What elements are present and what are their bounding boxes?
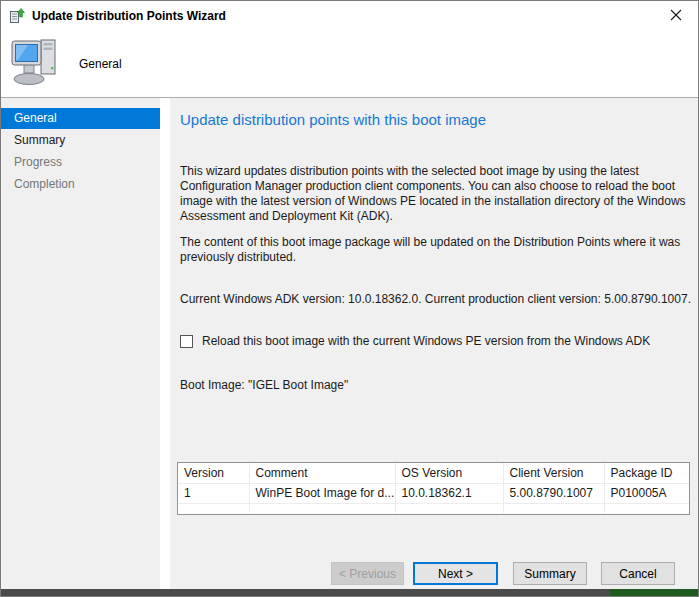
content-pane: Update distribution points with this boo… <box>170 98 698 591</box>
window-title: Update Distribution Points Wizard <box>32 9 226 23</box>
cell-comment: WinPE Boot Image for d... <box>249 483 395 503</box>
sidebar-item-progress[interactable]: Progress <box>1 152 160 173</box>
cell-client-version: 5.00.8790.1007 <box>503 483 604 503</box>
wizard-window: Update Distribution Points Wizard <box>0 0 699 597</box>
reload-checkbox-row: Reload this boot image with the current … <box>180 334 650 348</box>
wizard-body: General Summary Progress Completion Upda… <box>1 98 698 591</box>
sidebar-item-completion[interactable]: Completion <box>1 174 160 195</box>
column-header-os-version[interactable]: OS Version <box>395 463 503 483</box>
column-header-client-version[interactable]: Client Version <box>503 463 604 483</box>
sidebar-item-summary[interactable]: Summary <box>1 130 160 151</box>
table-row[interactable]: 1 WinPE Boot Image for d... 10.0.18362.1… <box>178 483 690 503</box>
computer-icon <box>10 36 62 92</box>
cell-version: 1 <box>178 483 249 503</box>
window-bottom-edge <box>1 589 698 596</box>
page-title: Update distribution points with this boo… <box>180 111 486 128</box>
titlebar: Update Distribution Points Wizard <box>1 1 698 30</box>
next-button[interactable]: Next > <box>413 562 498 585</box>
column-header-version[interactable]: Version <box>178 463 249 483</box>
page-label: General <box>79 57 122 71</box>
distribution-note: The content of this boot image package w… <box>180 235 694 265</box>
close-button[interactable] <box>653 1 698 30</box>
intro-paragraph: This wizard updates distribution points … <box>180 164 694 224</box>
distribution-point-update-icon <box>9 8 25 24</box>
boot-image-table: Version Comment OS Version Client Versio… <box>177 462 690 515</box>
reload-boot-image-checkbox[interactable] <box>180 335 193 348</box>
cell-os-version: 10.0.18362.1 <box>395 483 503 503</box>
sidebar-content-divider <box>160 98 170 591</box>
desktop-strip <box>610 589 698 596</box>
reload-checkbox-label[interactable]: Reload this boot image with the current … <box>202 334 650 348</box>
close-icon <box>670 7 682 25</box>
wizard-header: General <box>1 30 698 98</box>
column-header-comment[interactable]: Comment <box>249 463 395 483</box>
sidebar-item-general[interactable]: General <box>1 108 160 129</box>
table-empty-row <box>178 503 690 513</box>
summary-button[interactable]: Summary <box>513 562 587 585</box>
cell-package-id: P010005A <box>604 483 690 503</box>
boot-image-label: Boot Image: "IGEL Boot Image" <box>180 378 348 392</box>
column-header-package-id[interactable]: Package ID <box>604 463 690 483</box>
previous-button[interactable]: < Previous <box>331 562 404 585</box>
cancel-button[interactable]: Cancel <box>601 562 675 585</box>
table-header-row: Version Comment OS Version Client Versio… <box>178 463 690 483</box>
sidebar: General Summary Progress Completion <box>1 98 160 591</box>
version-info: Current Windows ADK version: 10.0.18362.… <box>180 292 691 306</box>
